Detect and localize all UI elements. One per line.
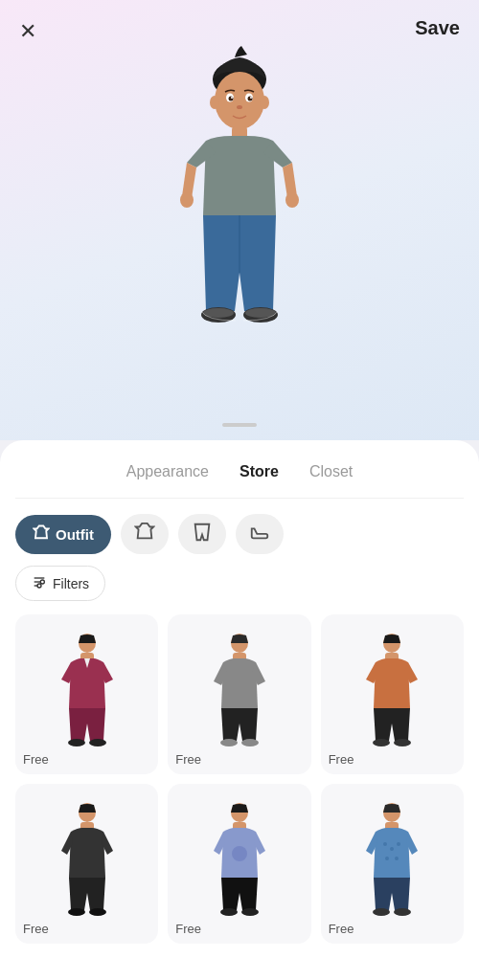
svg-point-44: [241, 908, 259, 916]
svg-point-39: [89, 908, 106, 916]
outfit-icon: [33, 524, 50, 545]
avatar-section: ✕ Save: [0, 0, 479, 440]
filters-row: Filters: [15, 566, 464, 614]
svg-point-42: [232, 846, 247, 861]
svg-point-53: [394, 908, 411, 916]
category-pants[interactable]: [178, 514, 226, 554]
svg-point-47: [383, 842, 387, 846]
svg-point-49: [397, 842, 400, 846]
filters-button[interactable]: Filters: [15, 566, 105, 601]
outfit-image-5: [175, 791, 303, 916]
svg-point-7: [250, 97, 252, 99]
svg-point-1: [215, 72, 264, 129]
svg-point-30: [220, 739, 238, 746]
bottom-panel: Appearance Store Closet Outfit: [0, 440, 479, 980]
outfit-image-2: [175, 622, 303, 746]
svg-point-6: [231, 97, 233, 99]
outfit-card-6[interactable]: Free: [321, 784, 464, 944]
outfit-card-4[interactable]: Free: [15, 784, 158, 944]
svg-point-5: [248, 97, 253, 101]
outfit-price-5: Free: [175, 916, 303, 944]
svg-point-52: [373, 908, 390, 916]
svg-point-48: [390, 847, 394, 851]
category-shirt[interactable]: [121, 514, 169, 554]
close-button[interactable]: ✕: [19, 19, 36, 44]
svg-point-31: [241, 739, 259, 746]
svg-point-38: [68, 908, 85, 916]
category-outfit[interactable]: Outfit: [15, 515, 111, 554]
outfit-card-2[interactable]: Free: [168, 614, 310, 774]
outfit-card-3[interactable]: Free: [321, 614, 464, 774]
outfit-card-5[interactable]: Free: [168, 784, 310, 944]
outfit-image-6: [329, 791, 456, 916]
filter-icon: [32, 574, 47, 592]
svg-point-43: [220, 908, 238, 916]
shoes-icon: [249, 522, 270, 547]
pants-icon: [192, 522, 213, 547]
category-row: Outfit: [15, 499, 464, 566]
shirt-icon: [134, 522, 155, 547]
svg-point-51: [395, 857, 399, 860]
svg-point-27: [89, 739, 106, 746]
outfit-image-3: [329, 622, 456, 746]
category-shoes[interactable]: [236, 514, 284, 554]
svg-point-34: [373, 739, 390, 746]
save-button[interactable]: Save: [415, 17, 460, 39]
svg-point-10: [260, 96, 269, 109]
svg-point-8: [237, 105, 242, 109]
svg-point-9: [210, 96, 219, 109]
tab-store[interactable]: Store: [240, 459, 279, 484]
outfit-price-4: Free: [23, 916, 150, 944]
outfit-image-1: [23, 622, 150, 746]
outfit-price-2: Free: [175, 746, 303, 774]
outfit-grid: Free Free: [15, 614, 464, 944]
avatar-image: [144, 43, 335, 397]
scroll-indicator: [222, 423, 257, 427]
svg-point-22: [40, 580, 44, 584]
svg-point-23: [37, 584, 41, 588]
svg-point-50: [385, 857, 389, 860]
outfit-card-1[interactable]: Free: [15, 614, 158, 774]
tab-closet[interactable]: Closet: [309, 459, 353, 484]
tab-bar: Appearance Store Closet: [15, 440, 464, 499]
outfit-price-3: Free: [329, 746, 456, 774]
tab-appearance[interactable]: Appearance: [126, 459, 209, 484]
svg-point-4: [229, 97, 234, 101]
svg-point-26: [68, 739, 85, 746]
svg-point-35: [394, 739, 411, 746]
outfit-image-4: [23, 791, 150, 916]
svg-point-12: [180, 192, 194, 208]
avatar-container: [134, 38, 345, 402]
outfit-price-6: Free: [329, 916, 456, 944]
outfit-price-1: Free: [23, 746, 150, 774]
svg-point-13: [285, 192, 299, 208]
